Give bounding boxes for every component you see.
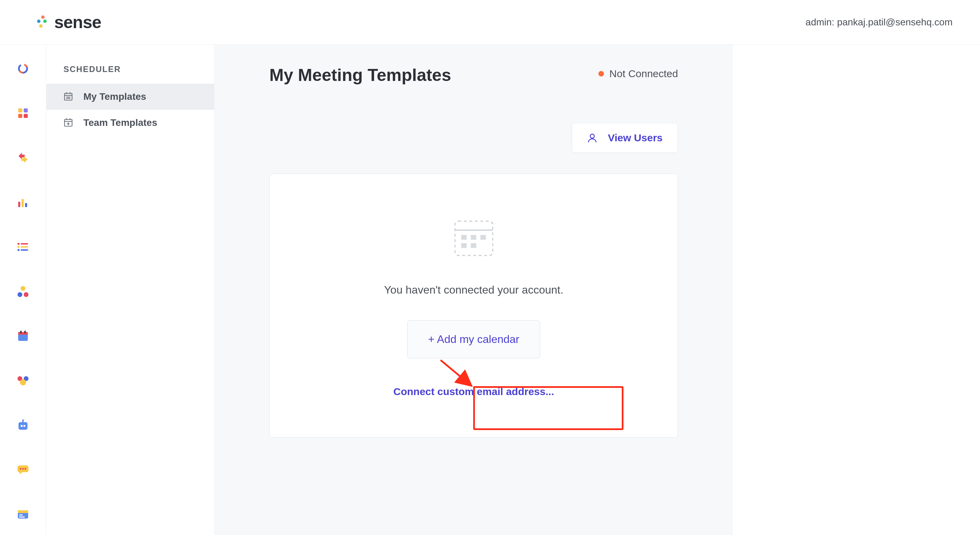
svg-rect-28 [22, 419, 24, 422]
connect-email-link[interactable]: Connect custom email address... [393, 386, 554, 397]
svg-point-15 [21, 286, 25, 291]
svg-point-13 [18, 249, 19, 251]
list-icon[interactable] [16, 240, 30, 254]
brand-dots-icon [34, 16, 48, 29]
page-title: My Meeting Templates [269, 65, 451, 85]
svg-point-26 [21, 425, 23, 427]
sidebar-item-label: Team Templates [83, 117, 157, 128]
svg-rect-5 [24, 114, 28, 118]
svg-rect-8 [25, 203, 27, 207]
icon-rail [0, 44, 46, 535]
calendar-icon[interactable] [16, 329, 30, 343]
current-user-label: admin: pankaj.patil@sensehq.com [806, 17, 953, 28]
user-icon [587, 133, 597, 143]
arrows-icon[interactable] [16, 151, 30, 165]
scheduler-sidebar: SCHEDULER My Templates Team Templates [46, 44, 215, 535]
svg-rect-21 [24, 330, 26, 333]
view-users-label: View Users [608, 132, 663, 144]
connection-status: Not Connected [598, 68, 678, 79]
brand-logo: sense [34, 12, 101, 32]
chat-icon[interactable] [16, 463, 30, 477]
bot-icon[interactable] [16, 418, 30, 432]
svg-point-49 [590, 134, 594, 138]
svg-point-32 [25, 468, 26, 470]
svg-rect-34 [18, 510, 28, 513]
calendar-icon [64, 92, 74, 102]
svg-rect-12 [21, 246, 28, 248]
svg-rect-52 [461, 235, 467, 240]
status-text: Not Connected [609, 68, 678, 79]
add-calendar-button[interactable]: + Add my calendar [407, 320, 541, 359]
svg-rect-2 [18, 108, 22, 113]
sidebar-item-my-templates[interactable]: My Templates [46, 84, 214, 110]
sidebar-item-team-templates[interactable]: Team Templates [46, 110, 214, 136]
ring-icon[interactable] [16, 62, 30, 75]
svg-rect-6 [18, 202, 20, 207]
svg-rect-20 [20, 330, 22, 333]
svg-rect-36 [19, 516, 25, 518]
svg-rect-19 [18, 332, 28, 335]
sidebar-item-label: My Templates [83, 91, 146, 102]
empty-state-message: You haven't connected your account. [384, 284, 563, 296]
svg-point-17 [24, 292, 29, 297]
empty-state-card: You haven't connected your account. + Ad… [269, 173, 678, 438]
svg-rect-3 [24, 108, 28, 113]
svg-rect-25 [19, 422, 27, 430]
svg-point-9 [18, 243, 19, 245]
templates-icon[interactable] [16, 508, 30, 521]
app-header: sense admin: pankaj.patil@sensehq.com [0, 0, 980, 44]
svg-rect-53 [471, 235, 476, 240]
svg-rect-10 [21, 243, 28, 244]
svg-rect-4 [18, 114, 22, 118]
calendar-empty-icon [452, 215, 496, 260]
people-icon[interactable] [16, 285, 30, 298]
sidebar-title: SCHEDULER [46, 58, 214, 84]
svg-point-30 [20, 468, 22, 470]
svg-point-31 [22, 468, 24, 470]
svg-rect-14 [21, 249, 28, 251]
svg-point-16 [18, 292, 22, 297]
view-users-button[interactable]: View Users [572, 123, 678, 153]
svg-rect-7 [22, 199, 24, 207]
brand-name: sense [54, 12, 101, 32]
dashboard-icon[interactable] [16, 106, 30, 120]
calendar-plus-icon [64, 117, 74, 128]
main-content: My Meeting Templates Not Connected View … [215, 44, 733, 535]
svg-rect-54 [480, 235, 486, 240]
svg-point-24 [20, 379, 26, 386]
svg-point-11 [18, 246, 19, 248]
svg-rect-35 [19, 514, 23, 516]
svg-point-27 [23, 425, 25, 427]
svg-rect-56 [471, 243, 476, 248]
team-icon[interactable] [16, 374, 30, 387]
status-dot-icon [598, 71, 604, 76]
svg-rect-55 [461, 243, 467, 248]
bars-icon[interactable] [16, 195, 30, 209]
